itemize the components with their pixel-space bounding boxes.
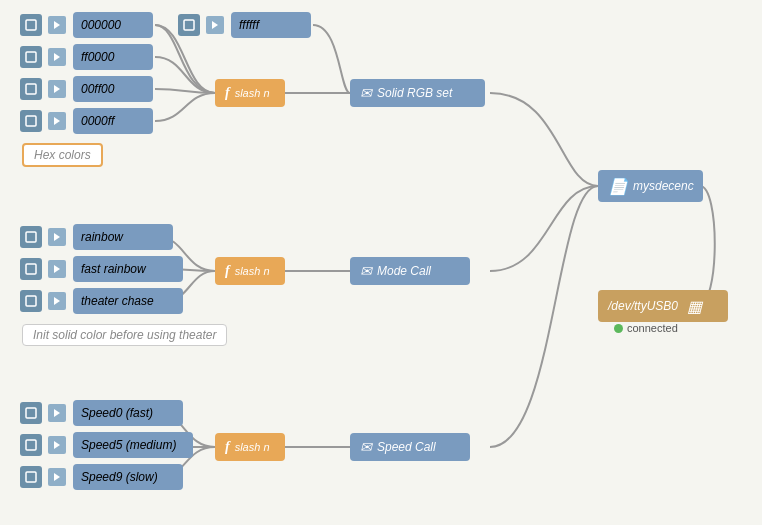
- svg-marker-5: [54, 53, 60, 61]
- hex-input-3: ff0000: [20, 44, 153, 70]
- arrow-h1: [48, 16, 66, 34]
- speed-call-node[interactable]: ✉ Speed Call: [350, 433, 470, 461]
- func-icon-2: f: [225, 263, 230, 279]
- connected-dot: [614, 324, 623, 333]
- svg-rect-4: [26, 52, 36, 62]
- mode-input-3: theater chase: [20, 288, 183, 314]
- svg-rect-20: [26, 472, 36, 482]
- mode-call-node[interactable]: ✉ Mode Call: [350, 257, 470, 285]
- hex-input-1: 000000: [20, 12, 153, 38]
- arrow-s1: [48, 404, 66, 422]
- svg-marker-3: [212, 21, 218, 29]
- arrow-m3: [48, 292, 66, 310]
- msg-icon-2: ✉: [360, 263, 372, 279]
- func-icon-1: f: [225, 85, 230, 101]
- arrow-s3: [48, 468, 66, 486]
- hex-input-4: 00ff00: [20, 76, 153, 102]
- speed-value-s3[interactable]: Speed9 (slow): [73, 464, 183, 490]
- msg-icon-3: ✉: [360, 439, 372, 455]
- slash-n-node-2[interactable]: f slash n: [215, 257, 285, 285]
- arrow-s2: [48, 436, 66, 454]
- checkbox-btn-h1[interactable]: [20, 14, 42, 36]
- hex-value-h2[interactable]: ffffff: [231, 12, 311, 38]
- mysdecenc-node[interactable]: 📄 mysdecenc: [598, 170, 703, 202]
- speed-input-3: Speed9 (slow): [20, 464, 183, 490]
- speed-value-s1[interactable]: Speed0 (fast): [73, 400, 183, 426]
- hex-value-h3[interactable]: ff0000: [73, 44, 153, 70]
- checkbox-btn-m2[interactable]: [20, 258, 42, 280]
- svg-rect-10: [26, 232, 36, 242]
- arrow-h3: [48, 48, 66, 66]
- slash-n-node-3[interactable]: f slash n: [215, 433, 285, 461]
- svg-marker-15: [54, 297, 60, 305]
- arrow-h4: [48, 80, 66, 98]
- svg-rect-12: [26, 264, 36, 274]
- svg-marker-19: [54, 441, 60, 449]
- msg-icon-1: ✉: [360, 85, 372, 101]
- doc-icon: 📄: [608, 177, 628, 196]
- hex-value-h1[interactable]: 000000: [73, 12, 153, 38]
- mode-value-m3[interactable]: theater chase: [73, 288, 183, 314]
- svg-marker-11: [54, 233, 60, 241]
- checkbox-btn-m3[interactable]: [20, 290, 42, 312]
- svg-rect-14: [26, 296, 36, 306]
- svg-marker-1: [54, 21, 60, 29]
- svg-rect-18: [26, 440, 36, 450]
- svg-rect-16: [26, 408, 36, 418]
- arrow-m1: [48, 228, 66, 246]
- speed-value-s2[interactable]: Speed5 (medium): [73, 432, 193, 458]
- mode-input-2: fast rainbow: [20, 256, 183, 282]
- mode-value-m1[interactable]: rainbow: [73, 224, 173, 250]
- svg-marker-17: [54, 409, 60, 417]
- hex-input-5: 0000ff: [20, 108, 153, 134]
- checkbox-btn-h2[interactable]: [178, 14, 200, 36]
- svg-rect-0: [26, 20, 36, 30]
- device-node[interactable]: /dev/ttyUSB0 ▦: [598, 290, 728, 322]
- checkbox-btn-s3[interactable]: [20, 466, 42, 488]
- hex-value-h5[interactable]: 0000ff: [73, 108, 153, 134]
- slash-n-node-1[interactable]: f slash n: [215, 79, 285, 107]
- serial-icon: ▦: [687, 297, 702, 316]
- mode-input-1: rainbow: [20, 224, 173, 250]
- svg-rect-6: [26, 84, 36, 94]
- checkbox-btn-m1[interactable]: [20, 226, 42, 248]
- checkbox-btn-s1[interactable]: [20, 402, 42, 424]
- checkbox-btn-h3[interactable]: [20, 46, 42, 68]
- hex-input-2: ffffff: [178, 12, 311, 38]
- arrow-m2: [48, 260, 66, 278]
- checkbox-btn-s2[interactable]: [20, 434, 42, 456]
- arrow-h5: [48, 112, 66, 130]
- svg-marker-13: [54, 265, 60, 273]
- svg-rect-2: [184, 20, 194, 30]
- hex-value-h4[interactable]: 00ff00: [73, 76, 153, 102]
- hex-colors-label: Hex colors: [22, 143, 103, 167]
- svg-rect-8: [26, 116, 36, 126]
- speed-input-2: Speed5 (medium): [20, 432, 193, 458]
- checkbox-btn-h5[interactable]: [20, 110, 42, 132]
- connected-status: connected: [614, 322, 678, 334]
- mode-value-m2[interactable]: fast rainbow: [73, 256, 183, 282]
- svg-marker-21: [54, 473, 60, 481]
- mode-note-label: Init solid color before using theater: [22, 324, 227, 346]
- speed-input-1: Speed0 (fast): [20, 400, 183, 426]
- func-icon-3: f: [225, 439, 230, 455]
- solid-rgb-node[interactable]: ✉ Solid RGB set: [350, 79, 485, 107]
- checkbox-btn-h4[interactable]: [20, 78, 42, 100]
- arrow-h2: [206, 16, 224, 34]
- svg-marker-7: [54, 85, 60, 93]
- svg-marker-9: [54, 117, 60, 125]
